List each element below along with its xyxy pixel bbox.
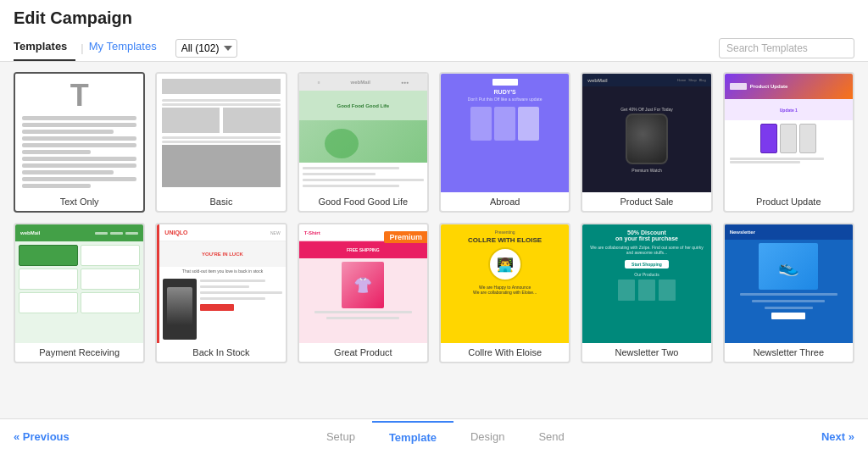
line [22,150,91,154]
template-label-collre: Collre With Eloise [441,343,569,362]
template-label-newsletter-three: Newsletter Three [725,343,853,362]
productsale-watch [626,114,668,164]
template-card-newsletter-two[interactable]: 50% Discounton your first purchase We ar… [581,223,712,363]
line [22,116,136,120]
basic-img [162,145,280,187]
filter-select[interactable]: All (102) [175,39,237,58]
abroad-title: RUDY'S [494,89,516,95]
abroad-products [470,107,539,141]
premium-badge: Premium [384,231,427,243]
productsale-header: webMail Home Shop Blog [582,74,710,86]
abroad-product [518,107,539,141]
nav-step-setup[interactable]: Setup [309,422,372,451]
newsletter3-body [725,240,853,343]
template-preview-newsletter-two: 50% Discounton your first purchase We ar… [582,224,710,343]
basic-header [162,79,280,94]
collre-title: COLLRE WITH ELOISE [468,236,542,244]
payment-body [15,241,143,343]
tabs-left: Templates | My Templates All (102) [14,35,237,61]
template-card-abroad[interactable]: RUDY'S Don't Put this Off like a softwar… [439,72,570,213]
template-card-product-sale[interactable]: webMail Home Shop Blog Get 40% Off Just … [581,72,712,213]
search-input[interactable] [719,38,854,58]
tab-divider: | [81,42,83,54]
template-card-basic[interactable]: Basic [155,72,287,213]
template-preview-product-update: Product Update Update 1 [725,74,853,192]
line [22,136,136,141]
main-content: T Text Only [0,62,868,418]
nav-step-design[interactable]: Design [453,422,521,451]
template-card-back-in-stock[interactable]: UNIQLO NEW YOU'RE IN LUCK That sold-out … [155,223,287,363]
newsletter2-title: 50% Discounton your first purchase [615,230,678,241]
productsale-body: Get 40% Off Just For Today Premium Watch [582,86,710,192]
newsletter2-products: Our Products [634,272,659,277]
template-card-product-update[interactable]: Product Update Update 1 Product Update [723,72,854,213]
template-card-great-product[interactable]: Premium T-Shirt ★★★★★ FREE SHIPPING 👚 Gr… [298,223,429,363]
abroad-product [494,107,515,141]
backinstock-banner: YOU'RE IN LUCK [159,241,285,267]
goodfood-header: ≡ webMail ●●● [299,74,427,91]
newsletter3-header: Newsletter [725,224,853,240]
previous-button[interactable]: « Previous [14,430,70,443]
line [162,136,280,139]
filter-wrapper: All (102) [175,39,237,58]
template-label-great-product: Great Product [299,343,427,362]
collre-text: We are Happy to AnnounceWe are collabora… [473,285,537,295]
line [22,143,136,147]
greatproduct-banner: FREE SHIPPING [299,241,427,258]
newsletter2-btn: Start Shopping [625,260,669,269]
collre-guy [488,247,522,281]
line [22,170,114,174]
greatproduct-body: 👚 [299,258,427,343]
basic-row [162,108,280,133]
template-label-product-sale: Product Sale [582,192,710,211]
page-header: Edit Campaign Templates | My Templates A… [0,0,868,62]
productupdate-phones [725,124,853,153]
template-preview-product-sale: webMail Home Shop Blog Get 40% Off Just … [582,74,710,192]
backinstock-content [159,275,285,343]
basic-col [162,108,220,133]
newsletter2-sub: We are collaborating with Zolpe. Find ou… [587,245,705,255]
newsletter3-img [759,243,818,290]
line [162,103,280,106]
template-preview-collre: Presenting COLLRE WITH ELOISE We are Hap… [441,224,569,343]
text-only-icon: T [22,80,136,111]
template-card-collre[interactable]: Presenting COLLRE WITH ELOISE We are Hap… [439,223,570,363]
goodfood-img [299,120,427,163]
template-label-basic: Basic [157,192,285,211]
template-card-text-only[interactable]: T Text Only [14,72,145,213]
line [22,130,114,134]
template-label-good-food: Good Food Good Life [299,192,427,211]
tab-templates[interactable]: Templates [14,35,75,61]
nav-steps: Setup Template Design Send [70,421,821,452]
template-preview-abroad: RUDY'S Don't Put this Off like a softwar… [441,74,569,192]
line [22,123,136,127]
template-card-payment-receiving[interactable]: webMail [14,223,145,363]
template-preview-text-only: T [15,74,143,192]
nav-step-send[interactable]: Send [521,422,581,451]
backinstock-header: UNIQLO NEW [159,224,285,241]
filter-row [719,38,854,58]
tab-my-templates[interactable]: My Templates [89,35,165,61]
line [22,157,136,161]
payment-header: webMail [15,224,143,241]
template-preview-newsletter-three: Newsletter [725,224,853,343]
basic-col [223,108,281,133]
page-title: Edit Campaign [14,8,854,28]
nav-step-template[interactable]: Template [372,421,453,452]
abroad-logo [492,79,518,86]
next-button[interactable]: Next » [821,430,854,443]
line [22,184,91,188]
bottom-nav: « Previous Setup Template Design Send Ne… [0,418,868,454]
template-card-newsletter-three[interactable]: Newsletter Newsletter Three [723,223,854,363]
template-preview-payment: webMail [15,224,143,343]
template-preview-good-food: ≡ webMail ●●● Good Food Good Life [299,74,427,192]
line [162,99,280,102]
tabs-row: Templates | My Templates All (102) [14,35,854,61]
abroad-product [470,107,492,141]
greatproduct-img: 👚 [342,262,384,308]
template-card-good-food[interactable]: ≡ webMail ●●● Good Food Good Life Good F… [298,72,429,213]
template-label-payment-receiving: Payment Receiving [15,343,143,362]
template-label-abroad: Abroad [441,192,569,211]
backinstock-info [200,279,281,340]
abroad-subtitle: Don't Put this Off like a software updat… [468,97,542,102]
